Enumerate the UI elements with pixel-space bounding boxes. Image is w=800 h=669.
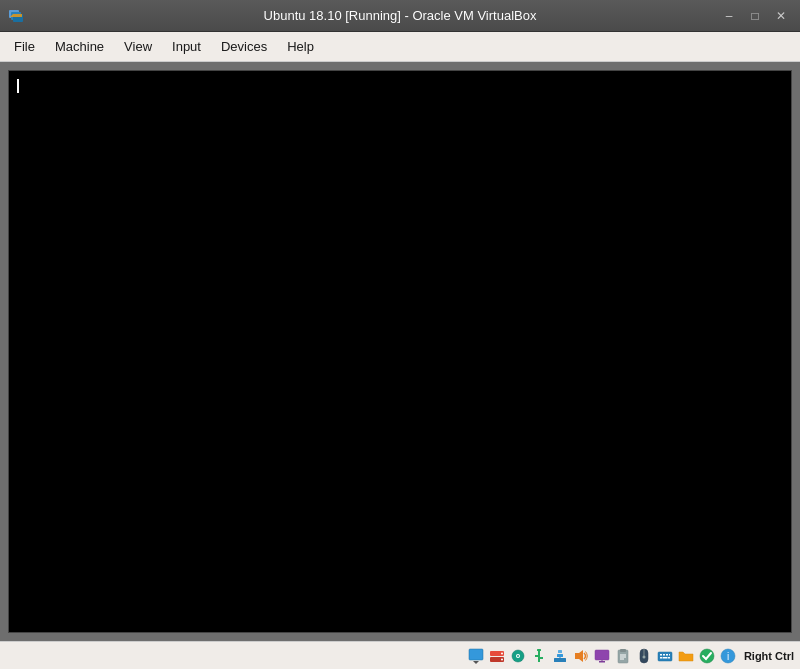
svg-point-33 [642,655,645,658]
status-icon-usb[interactable] [530,647,548,665]
status-icon-mouse[interactable] [635,647,653,665]
menu-item-file[interactable]: File [4,35,45,58]
menu-bar: File Machine View Input Devices Help [0,32,800,62]
svg-rect-36 [663,654,665,656]
status-icon-extra[interactable]: i [719,647,737,665]
menu-item-machine[interactable]: Machine [45,35,114,58]
svg-rect-39 [660,657,662,659]
status-icon-audio[interactable] [572,647,590,665]
status-icon-preview[interactable] [467,647,485,665]
svg-point-8 [501,652,503,654]
maximize-button[interactable]: □ [744,5,766,27]
vm-container [0,62,800,641]
window-title: Ubuntu 18.10 [Running] - Oracle VM Virtu… [264,8,537,23]
status-icon-keyboard[interactable] [656,647,674,665]
title-bar-left [8,7,26,25]
minimize-button[interactable]: – [718,5,740,27]
svg-rect-37 [666,654,668,656]
svg-rect-24 [599,661,605,663]
status-icon-network[interactable] [551,647,569,665]
svg-point-9 [501,658,503,660]
title-bar-controls: – □ ✕ [718,5,792,27]
title-bar: Ubuntu 18.10 [Running] - Oracle VM Virtu… [0,0,800,32]
status-icon-shared-folders[interactable] [677,647,695,665]
app-icon [8,7,26,25]
svg-rect-19 [558,650,562,653]
svg-rect-13 [537,649,541,651]
close-icon: ✕ [776,9,786,23]
svg-marker-5 [473,661,479,664]
svg-rect-15 [535,655,538,657]
svg-rect-23 [595,650,609,660]
menu-item-input[interactable]: Input [162,35,211,58]
vm-screen[interactable] [8,70,792,633]
menu-item-view[interactable]: View [114,35,162,58]
status-icon-display[interactable] [593,647,611,665]
vm-cursor [17,79,19,93]
svg-rect-41 [668,657,670,659]
svg-rect-34 [658,652,672,661]
svg-rect-35 [660,654,662,656]
status-bar: i Right Ctrl [0,641,800,669]
svg-rect-18 [557,654,563,657]
svg-marker-22 [575,650,583,662]
status-icon-optical[interactable] [509,647,527,665]
status-icon-clipboard[interactable] [614,647,632,665]
close-button[interactable]: ✕ [770,5,792,27]
menu-item-devices[interactable]: Devices [211,35,277,58]
svg-rect-16 [540,657,543,659]
svg-rect-40 [662,657,667,659]
maximize-icon: □ [751,9,758,23]
svg-rect-27 [620,649,626,652]
svg-text:i: i [727,651,729,662]
status-icon-storage[interactable] [488,647,506,665]
right-ctrl-label: Right Ctrl [744,650,794,662]
status-icon-status[interactable] [698,647,716,665]
svg-rect-17 [554,658,566,662]
svg-point-12 [517,655,519,657]
menu-item-help[interactable]: Help [277,35,324,58]
svg-rect-4 [469,649,483,660]
svg-rect-38 [669,654,670,656]
minimize-icon: – [726,9,733,23]
